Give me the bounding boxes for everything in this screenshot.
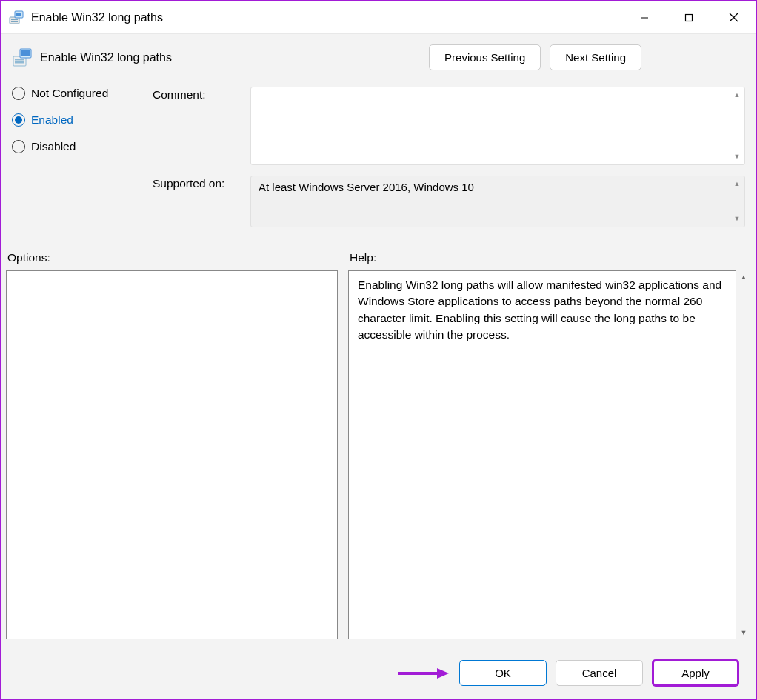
pane-labels: Options: Help: xyxy=(1,238,756,270)
config-grid: Not Configured Enabled Disabled Comment:… xyxy=(1,70,756,238)
options-label: Options: xyxy=(7,251,339,264)
radio-enabled[interactable]: Enabled xyxy=(12,113,145,127)
policy-icon xyxy=(12,47,33,68)
minimize-button[interactable] xyxy=(622,1,667,33)
nav-buttons: Previous Setting Next Setting xyxy=(429,44,745,70)
radio-not-configured[interactable]: Not Configured xyxy=(12,87,145,100)
radio-label: Not Configured xyxy=(31,87,108,100)
scroll-up-icon[interactable]: ▲ xyxy=(733,92,741,99)
svg-rect-4 xyxy=(16,13,21,16)
radio-group: Not Configured Enabled Disabled xyxy=(12,87,145,238)
footer: OK Cancel Apply xyxy=(1,647,756,699)
svg-rect-1 xyxy=(11,19,18,20)
help-scrollbar[interactable]: ▲ ▼ xyxy=(736,270,751,639)
group-policy-dialog: Enable Win32 long paths Enable Win32 l xyxy=(0,0,757,700)
panes: Enabling Win32 long paths will allow man… xyxy=(1,270,756,639)
radio-icon xyxy=(12,140,25,153)
svg-marker-15 xyxy=(437,668,449,679)
svg-rect-11 xyxy=(15,61,24,64)
fields: Comment: ▲ ▼ Supported on: At least Wind… xyxy=(153,87,745,238)
cancel-button[interactable]: Cancel xyxy=(556,660,643,686)
radio-icon xyxy=(12,87,25,100)
scroll-down-icon[interactable]: ▼ xyxy=(733,216,741,222)
svg-rect-10 xyxy=(15,59,24,61)
window-controls xyxy=(622,1,756,33)
comment-label: Comment: xyxy=(153,87,241,165)
supported-on-label: Supported on: xyxy=(153,176,241,227)
radio-label: Enabled xyxy=(31,113,73,127)
apply-button[interactable]: Apply xyxy=(652,659,739,687)
window-title: Enable Win32 long paths xyxy=(31,11,163,24)
supported-on-box: At least Windows Server 2016, Windows 10… xyxy=(250,176,745,227)
help-label: Help: xyxy=(350,251,376,264)
scroll-up-icon[interactable]: ▲ xyxy=(741,273,747,281)
next-setting-button[interactable]: Next Setting xyxy=(550,44,641,70)
annotation-arrow-icon xyxy=(397,666,449,681)
radio-icon xyxy=(12,113,25,127)
maximize-button[interactable] xyxy=(667,1,711,33)
header-row: Enable Win32 long paths Previous Setting… xyxy=(1,34,756,70)
svg-rect-2 xyxy=(11,21,18,22)
help-container: Enabling Win32 long paths will allow man… xyxy=(348,270,751,639)
svg-rect-6 xyxy=(686,14,693,21)
supported-on-value: At least Windows Server 2016, Windows 10 xyxy=(259,181,474,193)
options-pane xyxy=(6,270,338,639)
scroll-up-icon[interactable]: ▲ xyxy=(733,181,741,187)
help-pane: Enabling Win32 long paths will allow man… xyxy=(348,270,736,639)
help-text: Enabling Win32 long paths will allow man… xyxy=(358,279,721,341)
radio-label: Disabled xyxy=(31,140,76,153)
scroll-down-icon[interactable]: ▼ xyxy=(741,629,747,636)
previous-setting-button[interactable]: Previous Setting xyxy=(429,44,541,70)
ok-button[interactable]: OK xyxy=(459,660,547,686)
titlebar: Enable Win32 long paths xyxy=(1,1,756,34)
comment-input[interactable]: ▲ ▼ xyxy=(250,87,745,165)
scroll-down-icon[interactable]: ▼ xyxy=(733,153,741,160)
svg-rect-13 xyxy=(21,50,30,56)
policy-title: Enable Win32 long paths xyxy=(40,51,172,64)
app-icon xyxy=(9,10,24,25)
radio-disabled[interactable]: Disabled xyxy=(12,140,145,153)
close-button[interactable] xyxy=(711,1,756,33)
